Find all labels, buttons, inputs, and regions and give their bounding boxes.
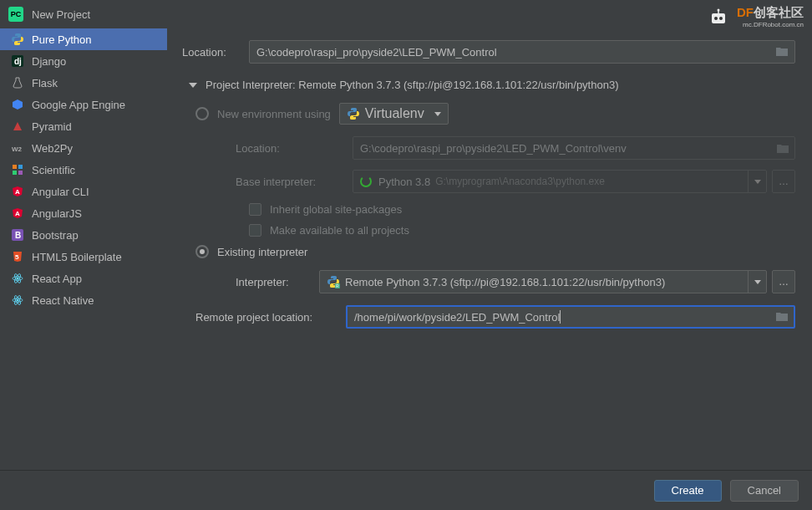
google-app-engine-icon [10,98,25,111]
interpreter-label: Interpreter: [236,276,319,288]
sidebar-item-gae[interactable]: Google App Engine [0,94,167,115]
existing-interpreter-radio[interactable] [195,245,209,258]
svg-text:dj: dj [14,57,22,66]
sidebar-item-bootstrap[interactable]: B Bootstrap [0,224,167,246]
svg-rect-5 [13,165,17,169]
watermark: DFDF创客社区创客社区 mc.DFRobot.com.cn [707,5,804,28]
web2py-icon: W2 [10,141,25,155]
svg-marker-3 [13,122,22,130]
sidebar-item-label: React Native [32,294,94,307]
dialog-footer: Create Cancel [0,470,812,510]
venv-type-combobox[interactable]: Virtualenv [339,103,449,125]
sidebar-item-label: Pure Python [32,33,92,46]
svg-marker-2 [13,99,23,110]
sidebar-item-label: Angular CLI [32,186,89,198]
pyramid-icon [10,120,25,133]
svg-rect-7 [13,171,17,175]
content-panel: Location: Project Interpreter: Remote Py… [167,28,812,470]
create-button[interactable]: Create [654,480,722,502]
browse-folder-icon [776,143,789,154]
bootstrap-icon: B [10,228,25,242]
sidebar-item-pyramid[interactable]: Pyramid [0,115,167,137]
sidebar-item-react-app[interactable]: React App [0,268,167,289]
window-title: New Project [32,8,90,21]
sidebar-item-label: React App [32,273,82,285]
interpreter-section-title: Project Interpreter: Remote Python 3.7.3… [206,79,618,91]
sidebar-item-label: Flask [32,77,58,89]
make-available-label: Make available to all projects [270,224,409,237]
svg-point-30 [714,17,718,20]
interpreter-combobox[interactable]: R Remote Python 3.7.3 (sftp://pi@192.168… [319,270,767,293]
svg-rect-6 [18,165,23,169]
sidebar-item-html5[interactable]: 5 HTML5 Boilerplate [0,246,167,268]
sidebar-item-angularjs[interactable]: A AngularJS [0,202,167,224]
react-icon [10,293,25,307]
svg-rect-29 [712,13,725,23]
inherit-packages-checkbox [249,203,261,216]
sidebar-item-react-native[interactable]: React Native [0,289,167,311]
inherit-packages-label: Inherit global site-packages [270,203,402,216]
svg-point-17 [17,278,19,280]
location-input[interactable] [249,40,795,64]
react-icon [10,272,25,285]
base-interpreter-label: Base interpreter: [236,176,353,188]
remote-location-label: Remote project location: [195,311,346,324]
svg-point-33 [718,9,720,12]
browse-folder-icon[interactable] [775,311,790,323]
existing-interpreter-label: Existing interpreter [217,246,307,258]
text-caret [560,310,561,324]
sidebar-item-label: Google App Engine [32,99,125,111]
titlebar: PC New Project [0,0,812,28]
sidebar-item-label: Django [32,55,66,68]
svg-marker-28 [754,280,761,284]
configure-interpreter-button[interactable]: … [772,270,795,293]
svg-point-31 [719,17,723,20]
sidebar-item-django[interactable]: dj Django [0,50,167,72]
sidebar-item-flask[interactable]: Flask [0,72,167,94]
chevron-down-icon [748,171,766,192]
svg-text:A: A [15,188,20,196]
flask-icon [10,76,25,89]
make-available-checkbox [249,224,261,237]
svg-marker-25 [754,180,761,184]
new-environment-radio[interactable] [195,107,209,120]
base-interpreter-combobox: Python 3.8 G:\myprogram\Anaconda3\python… [353,170,767,193]
python-icon [347,107,360,120]
sidebar-item-label: Pyramid [32,120,72,133]
project-type-sidebar: Pure Python dj Django Flask Google App E… [0,28,167,470]
cancel-button[interactable]: Cancel [730,480,799,502]
location-label: Location: [182,46,249,59]
sidebar-item-web2py[interactable]: W2 Web2Py [0,137,167,159]
angular-icon: A [10,185,25,198]
svg-rect-8 [18,171,23,175]
sidebar-item-label: HTML5 Boilerplate [32,251,122,263]
browse-interpreter-button: … [772,170,795,193]
sidebar-item-angular-cli[interactable]: A Angular CLI [0,181,167,202]
browse-folder-icon[interactable] [775,46,790,58]
robot-icon [707,8,730,25]
svg-text:B: B [15,231,21,240]
svg-point-21 [17,299,19,302]
venv-type-value: Virtualenv [365,106,424,121]
interpreter-section-header[interactable]: Project Interpreter: Remote Python 3.7.3… [189,79,795,91]
chevron-down-icon[interactable] [748,271,766,293]
svg-text:A: A [15,210,20,217]
sidebar-item-label: Web2Py [32,142,73,155]
svg-text:R: R [336,283,339,288]
sidebar-item-label: Bootstrap [32,229,79,242]
scientific-icon [10,163,25,176]
sidebar-item-scientific[interactable]: Scientific [0,159,167,181]
expand-arrow-icon [189,83,197,88]
sidebar-item-pure-python[interactable]: Pure Python [0,28,167,50]
env-location-input: G:\codepro\raspi_pro\pyside2\LED_PWM_Con… [353,136,795,160]
django-icon: dj [10,54,25,68]
python-remote-icon: R [327,275,340,288]
env-location-label: Location: [236,142,353,155]
svg-text:5: 5 [15,253,19,261]
remote-location-input[interactable]: /home/pi/work/pyside2/LED_PWM_Control [346,305,795,329]
sidebar-item-label: Scientific [32,164,75,176]
chevron-down-icon [434,112,441,116]
pycharm-icon: PC [8,7,23,22]
new-environment-label: New environment using [217,108,331,120]
loading-spinner-icon [360,176,372,187]
